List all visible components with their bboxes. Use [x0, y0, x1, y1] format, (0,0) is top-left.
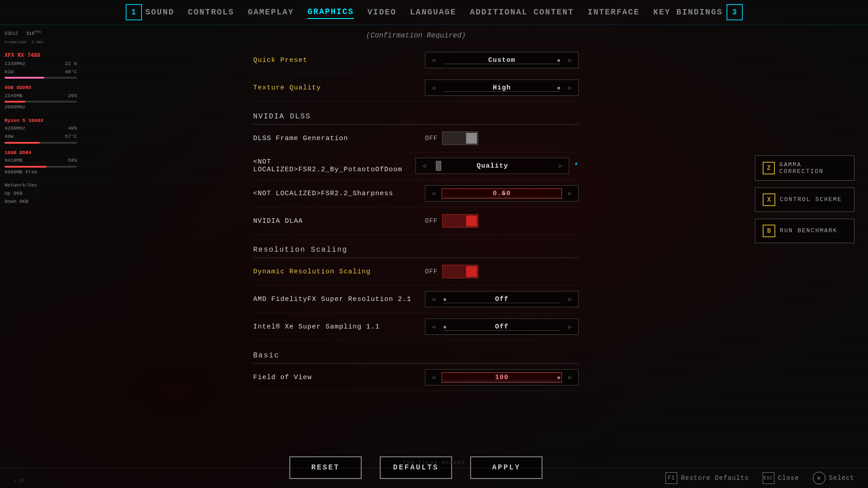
fov-control[interactable]: ◁ 100 ▷ [425, 369, 579, 385]
settings-area: Quick Preset ◁ Custom ▷ Texture Quality … [253, 47, 579, 447]
watermark: TRN_TLC45_B00095 [403, 460, 465, 465]
fsr2-preset-arrow[interactable]: ◁ Quality ▷ [415, 158, 569, 174]
control-key-icon: X [763, 193, 775, 206]
texture-quality-prev[interactable]: ◁ [425, 80, 442, 96]
amd-fsr-value: Off [442, 296, 562, 303]
amd-fsr-track [443, 303, 560, 303]
benchmark-key-icon: B [763, 225, 775, 237]
dlss-frame-gen-knob [466, 133, 477, 144]
quick-preset-label: Quick Preset [253, 56, 425, 64]
quick-preset-prev[interactable]: ◁ [425, 52, 442, 68]
texture-quality-control[interactable]: ◁ High ▷ [425, 80, 579, 96]
vram-pct: 29% [68, 92, 77, 100]
center-content: (Confirmation Required) Quick Preset ◁ C… [81, 25, 750, 488]
select-label: Select [829, 474, 854, 482]
fsr2-sharpness-control[interactable]: ◁ 0.50 ▷ [425, 185, 579, 202]
nav-box-right: 3 [726, 4, 743, 20]
right-panel: Z GAMMA CORRECTION X CONTROL SCHEME B RU… [750, 25, 868, 488]
main-layout: D3D12 315FPS Frametime 3.0ms XFX RX 7480… [0, 25, 868, 488]
tab-sound[interactable]: SOUND [146, 6, 175, 19]
run-benchmark-label: RUN BENCHMARK [780, 227, 837, 234]
fov-prev[interactable]: ◁ [425, 369, 442, 385]
quick-preset-control[interactable]: ◁ Custom ▷ [425, 52, 579, 68]
gpu-temp: 48°C [65, 68, 77, 76]
nvidia-dlaa-off-label: OFF [425, 217, 438, 225]
fsr2-preset-label: <NOT LOCALIZED>FSR2.2_By_PotaotoOfDoom [253, 158, 415, 174]
vram-bar [5, 101, 25, 103]
restore-defaults-status[interactable]: F1 Restore Defaults [665, 472, 749, 484]
gamma-correction-button[interactable]: Z GAMMA CORRECTION [755, 155, 854, 181]
tab-graphics[interactable]: GRAPHICS [307, 5, 354, 19]
gpu-util: 22 % [65, 60, 77, 68]
amd-fsr-control[interactable]: ◁ Off ▷ [425, 291, 579, 307]
confirmation-text: (Confirmation Required) [366, 32, 466, 40]
cpu-util: 49% [68, 125, 77, 133]
fsr2-preset-prev[interactable]: ◁ [416, 158, 432, 174]
quick-preset-next[interactable]: ▷ [562, 52, 578, 68]
gpu-clock: 1338MHz [5, 60, 25, 68]
basic-header: Basic [253, 344, 579, 364]
fsr2-sharpness-track [443, 197, 560, 197]
nvidia-dlaa-control: OFF [425, 213, 579, 229]
fsr2-preset-value: Quality [432, 162, 552, 170]
tab-video[interactable]: VIDEO [368, 6, 396, 19]
close-label: Close [778, 474, 799, 482]
intel-xe-label: Intel® Xe Super Sampling 1.1 [253, 323, 425, 331]
fov-next[interactable]: ▷ [562, 369, 578, 385]
texture-quality-next[interactable]: ▷ [562, 80, 578, 96]
status-bar: F1 Restore Defaults ESC Close ⊙ Select [0, 468, 868, 488]
cpu-clock: 4200MHz [5, 125, 25, 133]
close-status[interactable]: ESC Close [763, 472, 799, 484]
dlss-frame-gen-off-label: OFF [425, 135, 438, 142]
fsr2-preset-row: <NOT LOCALIZED>FSR2.2_By_PotaotoOfDoom ◁… [253, 152, 579, 180]
fov-track [443, 381, 560, 381]
amd-fsr-row: AMD FidelityFX Super Resolution 2.1 ◁ Of… [253, 286, 579, 313]
tab-controls[interactable]: CONTROLS [188, 6, 234, 19]
dynamic-res-off-label: OFF [425, 268, 438, 275]
tab-key-bindings[interactable]: KEY BINDINGS [653, 6, 723, 19]
fsr2-sharpness-prev[interactable]: ◁ [425, 185, 442, 202]
cpu-temp: 57°C [65, 133, 77, 141]
dlss-frame-gen-toggle[interactable] [442, 131, 478, 145]
fsr2-sharpness-next[interactable]: ▷ [562, 185, 578, 202]
texture-quality-thumb [557, 87, 560, 89]
intel-xe-next[interactable]: ▷ [562, 319, 578, 335]
amd-fsr-next[interactable]: ▷ [562, 291, 578, 307]
dynamic-res-label: Dynamic Resolution Scaling [253, 268, 425, 276]
restore-defaults-label: Restore Defaults [681, 474, 749, 482]
cpu-bar [5, 142, 40, 144]
fsr2-sharpness-label: <NOT LOCALIZED>FSR2.2_Sharpness [253, 190, 425, 197]
select-key-icon: ⊙ [813, 472, 826, 484]
intel-xe-thumb [443, 326, 446, 328]
tab-language[interactable]: LANGUAGE [410, 6, 456, 19]
resolution-scaling-header: Resolution Scaling [253, 239, 579, 258]
net-label: Network/Sec [5, 182, 77, 190]
texture-quality-row: Texture Quality ◁ High ▷ [253, 74, 579, 102]
nvidia-dlss-header: NVIDIA DLSS [253, 105, 579, 125]
tab-gameplay[interactable]: GAMEPLAY [248, 6, 294, 19]
quick-preset-value: Custom [442, 56, 562, 64]
intel-xe-prev[interactable]: ◁ [425, 319, 442, 335]
gpu-power: 61W [5, 68, 14, 76]
ram-used: 9410MB [5, 157, 23, 165]
tab-additional-content[interactable]: ADDITIONAL CONTENT [470, 6, 574, 19]
amd-fsr-prev[interactable]: ◁ [425, 291, 442, 307]
run-benchmark-button[interactable]: B RUN BENCHMARK [755, 219, 854, 243]
control-scheme-button[interactable]: X CONTROL SCHEME [755, 188, 854, 212]
tab-interface[interactable]: INTERFACE [588, 6, 640, 19]
dlss-frame-gen-label: DLSS Frame Generation [253, 135, 425, 142]
fov-label: Field of View [253, 374, 425, 381]
fsr2-sharpness-row: <NOT LOCALIZED>FSR2.2_Sharpness ◁ 0.50 ▷ [253, 180, 579, 207]
net-down: Down 0KB [5, 198, 77, 206]
system-info-panel: D3D12 315FPS Frametime 3.0ms XFX RX 7480… [0, 25, 81, 488]
cpu-label: Ryzen 5 3600X [5, 117, 77, 125]
fov-thumb [557, 376, 560, 379]
texture-quality-label: Texture Quality [253, 84, 425, 92]
intel-xe-control[interactable]: ◁ Off ▷ [425, 319, 579, 335]
select-status[interactable]: ⊙ Select [813, 472, 854, 484]
fsr2-preset-next[interactable]: ▷ [552, 158, 569, 174]
nvidia-dlaa-toggle[interactable] [442, 214, 478, 228]
vram-clock: 2000MHz [5, 103, 77, 112]
gpu-label: XFX RX 7480 [5, 52, 77, 60]
dynamic-res-toggle[interactable] [442, 265, 478, 278]
